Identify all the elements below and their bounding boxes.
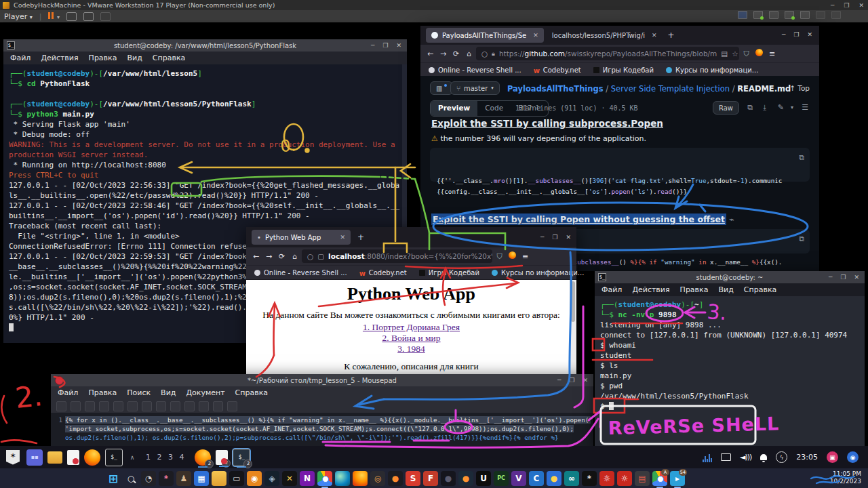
taskbar-fl-studio-icon[interactable]: ● [388, 471, 403, 486]
menu-item-Файл[interactable]: Файл [601, 285, 622, 294]
extension-fox-icon[interactable] [753, 49, 765, 58]
terminal-left-titlebar[interactable]: $_ student@codeby: /var/www/html/lesson5… [3, 39, 407, 52]
taskbar-autodesk-red-1-icon[interactable]: ☼ [599, 471, 614, 486]
task-mousepad[interactable]: 2 [216, 450, 228, 465]
close-button[interactable]: ✕ [396, 42, 401, 49]
bookmark-globe[interactable]: Курсы по информаци... [492, 269, 584, 277]
taskbar-davinci-app-icon[interactable]: ◎ [370, 471, 385, 486]
home-icon[interactable]: ⌂ [463, 49, 475, 58]
copy-code-icon[interactable]: ⧉ [799, 152, 804, 163]
new-tab-button[interactable]: + [668, 30, 675, 40]
taskbar-vmware-player-icon[interactable]: ◉ [247, 471, 262, 486]
back-icon[interactable]: ← [250, 252, 262, 261]
tab-python-web-app[interactable]: • Python Web App✕ [252, 230, 351, 245]
scrollbar[interactable] [570, 280, 576, 388]
home-icon[interactable]: ⌂ [289, 252, 300, 261]
menu-item-Правка[interactable]: Правка [89, 54, 117, 62]
menu-item-Поиск[interactable]: Поиск [127, 388, 151, 397]
new-tab-button[interactable]: + [357, 232, 364, 242]
vm-clock[interactable]: 23:05 [796, 453, 818, 462]
section-heading-subprocess[interactable]: Exploit the SSTI by calling subprocess.P… [431, 118, 663, 129]
send-ctrl-alt-del-icon[interactable] [66, 12, 77, 21]
applications-menu-icon[interactable]: ✶ [4, 449, 22, 466]
suspend-button[interactable]: ▾ [48, 12, 60, 21]
tab-localhost-phptwig[interactable]: localhost/lesson5/PHPTwig/i✕ [547, 28, 663, 43]
shield-icon[interactable]: ○ [481, 49, 488, 58]
terminal-launcher-icon[interactable]: $_ [105, 449, 123, 466]
menu-item-Вид[interactable]: Вид [718, 285, 733, 294]
cut-icon[interactable] [170, 401, 180, 411]
edit-pencil-icon[interactable]: ✎ [778, 103, 784, 112]
taskbar-pycharm-icon[interactable]: PC [494, 471, 509, 486]
volume-icon[interactable]: ◄))) [740, 453, 751, 462]
editor-text[interactable]: {% for x in ().__class__.__base__.__subc… [62, 413, 591, 446]
bookmark-w[interactable]: wCodeby.net [534, 66, 581, 74]
taskbar-portrait-app-icon[interactable]: ♟ [176, 471, 191, 486]
reload-icon[interactable]: ⟳ [276, 252, 288, 261]
taskbar-performance-app-icon[interactable]: ◔ [141, 471, 156, 486]
menu-item-Справка[interactable]: Справка [744, 285, 776, 294]
tab-close-icon[interactable]: ✕ [340, 234, 345, 241]
menu-item-Вид[interactable]: Вид [127, 54, 142, 62]
forward-icon[interactable]: → [437, 49, 449, 58]
bookmark-w[interactable]: wCodeby.net [359, 269, 407, 277]
mousepad-editor[interactable]: 1 {% for x in ().__class__.__base__.__su… [51, 413, 593, 446]
taskbar-box-3d-app-icon[interactable]: ◈ [264, 471, 279, 486]
replace-icon[interactable] [227, 401, 237, 411]
new-icon[interactable] [56, 401, 66, 411]
close-button[interactable]: ✕ [583, 377, 588, 384]
breadcrumb-repo-link[interactable]: PayloadsAllTheThings [507, 84, 604, 94]
menu-item-Действия[interactable]: Действия [41, 54, 78, 62]
taskbar-calendar-app-icon[interactable]: ▦ [194, 471, 209, 486]
minimize-button[interactable]: ─ [829, 274, 832, 281]
bookmark-flag[interactable]: Игры Кодебай [593, 66, 654, 74]
back-to-top-link[interactable]: ↑ Top [789, 84, 810, 92]
taskbar-blender-icon[interactable]: ● [458, 471, 473, 486]
updates-icon[interactable]: ◉ [847, 451, 859, 463]
firefox-launcher-icon[interactable] [84, 449, 100, 466]
minimize-button[interactable]: ─ [371, 42, 374, 49]
taskbar-file-explorer-icon[interactable] [212, 471, 226, 486]
sound-device-icon[interactable] [816, 11, 825, 19]
menu-item-Правка[interactable]: Правка [88, 388, 117, 397]
section-heading-popen[interactable]: Exploit the SSTI by calling Popen withou… [431, 214, 734, 224]
file-tab-preview[interactable]: Preview [431, 101, 477, 116]
taskbar-red-panel-app-icon[interactable]: ▤ [635, 471, 650, 486]
menu-item-Правка[interactable]: Правка [680, 285, 709, 294]
terminal-right-titlebar[interactable]: $_ student@codeby: ~ ─ ❐ ✕ [595, 271, 865, 283]
taskbar-onenote-icon[interactable]: N [300, 471, 315, 486]
reader-mode-icon[interactable]: ▤ [721, 49, 728, 58]
taskbar-dark-disc-app-icon[interactable]: ● [441, 471, 456, 486]
book-link[interactable]: 3. 1984 [397, 344, 425, 354]
taskbar-start-icon[interactable]: ⊞ [106, 471, 121, 486]
tab-close-icon[interactable]: ✕ [533, 32, 538, 39]
undo-icon[interactable] [142, 401, 152, 411]
network-adapter-icon[interactable] [785, 11, 794, 19]
taskbar-telegram-icon[interactable]: ▸54 [670, 471, 685, 486]
extension-fox-icon[interactable] [507, 251, 518, 261]
code-block-subprocess[interactable]: {{''.__class__.mro()[1].__subclasses__()… [430, 148, 810, 182]
file-manager-icon[interactable] [47, 451, 62, 464]
terminal-right-output[interactable]: ┌──(student@codeby)-[~]└─$ nc -nvlp 9898… [595, 296, 865, 446]
text-editor-icon[interactable] [67, 450, 79, 465]
tab-payloadsallthethings[interactable]: PayloadsAllTheThings/Se✕ [426, 28, 544, 43]
usb-device-icon[interactable] [738, 11, 747, 19]
vmware-minimize-button[interactable]: ─ [831, 2, 834, 9]
bookmark-skull[interactable]: Online - Reverse Shell ... [254, 269, 347, 277]
panel-chevron-icon[interactable]: ∧ [127, 449, 137, 466]
branch-selector[interactable]: ⑂ master ▾ [450, 81, 500, 95]
forward-icon[interactable]: → [263, 252, 275, 261]
outline-icon[interactable]: ☰ [802, 103, 808, 112]
close-icon[interactable] [113, 401, 123, 411]
taskbar-color-wheel-app-icon[interactable]: * [159, 471, 174, 486]
open-icon[interactable] [71, 401, 81, 411]
taskbar-f-book-app-icon[interactable]: F [423, 471, 438, 486]
cpu-graph-icon[interactable] [703, 453, 712, 462]
bookmark-skull[interactable]: Online - Reverse Shell ... [429, 66, 521, 74]
menu-item-Справка[interactable]: Справка [235, 388, 268, 397]
github-urlbar[interactable]: ○ 🔒︎ https://github.com/swisskyrepo/Payl… [476, 47, 739, 60]
reload-icon[interactable]: ⟳ [450, 49, 462, 58]
shield-icon[interactable]: ○ [307, 252, 313, 260]
raw-button[interactable]: Raw [713, 101, 739, 115]
cd-rom-icon[interactable] [769, 11, 778, 19]
